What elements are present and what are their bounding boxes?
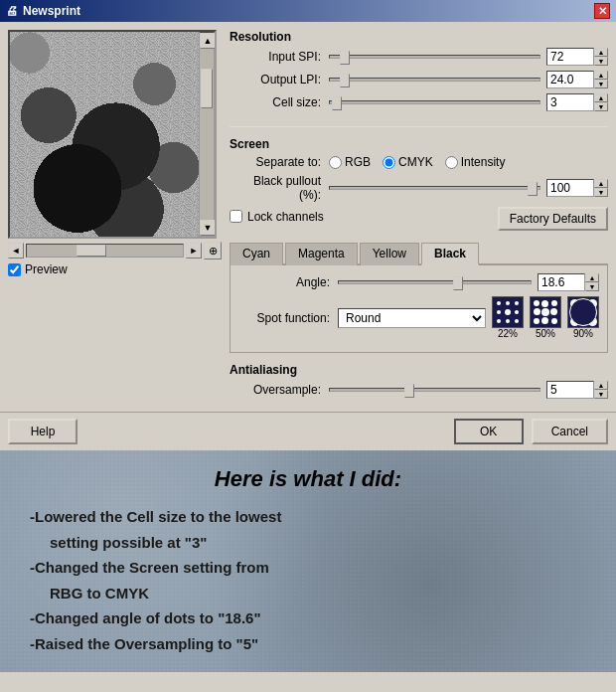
black-pullout-row: Black pullout (%): 100 ▲ ▼ [230,174,608,202]
intensity-radio[interactable] [445,156,458,169]
output-lpi-label: Output LPI: [230,73,329,86]
black-pullout-slider[interactable] [329,186,540,190]
angle-up[interactable]: ▲ [585,273,599,282]
intensity-radio-item[interactable]: Intensity [445,155,506,169]
preview-image-wrapper: ▲ ▼ [8,30,217,239]
dot-22-9 [515,319,519,323]
vertical-scrollbar[interactable]: ▲ ▼ [199,32,215,237]
dot-50-3 [551,300,557,306]
dot-label-90: 90% [573,328,593,339]
cancel-button[interactable]: Cancel [532,419,608,444]
oversample-slider[interactable] [329,388,540,392]
info-line-3: RBG to CMYK [30,581,586,606]
input-spi-spin-buttons: ▲ ▼ [594,48,608,66]
hscroll-thumb[interactable] [77,245,106,257]
cmyk-radio-item[interactable]: CMYK [383,155,433,169]
hscroll-track[interactable] [26,244,184,258]
cell-size-slider[interactable] [329,100,540,104]
cell-size-spinbox-wrapper: 3 ▲ ▼ [546,93,608,111]
cell-size-up[interactable]: ▲ [594,93,608,102]
lock-channels-checkbox[interactable] [230,210,242,223]
preview-checkbox[interactable] [8,263,21,276]
rgb-radio-item[interactable]: RGB [329,155,371,169]
dot-50-8 [541,317,548,324]
close-button[interactable]: ✕ [594,3,610,19]
black-pullout-down[interactable]: ▼ [594,188,608,197]
resolution-header: Resolution [230,30,608,44]
input-spi-slider[interactable] [329,55,540,59]
tabs-container: Cyan Magenta Yellow Black Angle: 18.6 ▲ [230,243,608,353]
oversample-down[interactable]: ▼ [594,390,608,399]
vscroll-up-button[interactable]: ▲ [200,33,216,49]
angle-thumb[interactable] [453,276,463,290]
input-spi-row: Input SPI: 72 ▲ ▼ [230,48,608,66]
dot-22-6 [515,310,519,314]
output-lpi-slider[interactable] [329,78,540,82]
vscroll-down-button[interactable]: ▼ [200,220,216,236]
spot-function-select[interactable]: Round [338,308,486,328]
help-button[interactable]: Help [8,419,77,444]
info-line-0: -Lowered the Cell size to the lowest [30,504,586,530]
black-pullout-thumb[interactable] [528,182,538,196]
black-pullout-up[interactable]: ▲ [594,179,608,188]
hscroll-bar: ◄ ► ⊕ [8,243,222,259]
output-lpi-thumb[interactable] [340,74,350,87]
oversample-up[interactable]: ▲ [594,381,608,390]
input-spi-up[interactable]: ▲ [594,48,608,57]
oversample-row: Oversample: 5 ▲ ▼ [230,381,608,399]
angle-slider[interactable] [338,280,532,284]
angle-down[interactable]: ▼ [585,282,599,291]
output-lpi-spinbox-wrapper: 24.0 ▲ ▼ [546,71,608,88]
bottom-buttons: Help OK Cancel [0,412,616,450]
tab-cyan[interactable]: Cyan [230,243,283,265]
input-spi-thumb[interactable] [340,51,350,65]
dot-22-8 [506,319,510,323]
rgb-radio[interactable] [329,156,342,169]
output-lpi-spinbox[interactable]: 24.0 [546,71,594,88]
tab-yellow[interactable]: Yellow [360,243,419,265]
dot-22-4 [497,310,501,314]
cell-size-down[interactable]: ▼ [594,102,608,111]
dot-50-6 [550,308,557,315]
oversample-spinbox[interactable]: 5 [546,381,594,399]
hscroll-left-button[interactable]: ◄ [8,243,24,259]
black-pullout-spinbox[interactable]: 100 [546,179,594,197]
output-lpi-spin-buttons: ▲ ▼ [594,71,608,88]
oversample-label: Oversample: [230,383,329,397]
dots-preview: 22% [492,296,599,339]
angle-spinbox-wrapper: 18.6 ▲ ▼ [538,273,599,291]
intensity-label: Intensity [461,155,506,169]
spot-function-label: Spot function: [238,311,338,325]
info-line-2: -Changed the Screen setting from [30,555,586,581]
zoom-button[interactable]: ⊕ [204,242,222,260]
dot-50-1 [534,300,539,306]
spot-function-row: Spot function: Round [238,296,599,339]
lock-channels-row[interactable]: Lock channels [230,210,324,224]
factory-defaults-button[interactable]: Factory Defaults [498,207,608,231]
input-spi-down[interactable]: ▼ [594,57,608,66]
separate-to-row: Separate to: RGB CMYK Intensity [230,155,608,169]
dot-22-3 [515,301,519,305]
dot-box-22 [492,296,524,328]
cell-size-spin-buttons: ▲ ▼ [594,93,608,111]
dot-22-1 [497,301,501,305]
cell-size-label: Cell size: [230,95,329,109]
black-pullout-label: Black pullout (%): [230,174,329,202]
info-text: -Lowered the Cell size to the lowest set… [30,504,586,656]
cell-size-thumb[interactable] [332,96,342,110]
oversample-spin-buttons: ▲ ▼ [594,381,608,399]
hscroll-right-button[interactable]: ► [186,243,202,259]
dot-50-4 [534,308,540,315]
tab-black[interactable]: Black [421,243,479,265]
input-spi-spinbox[interactable]: 72 [546,48,594,66]
angle-spinbox[interactable]: 18.6 [538,273,585,291]
tab-magenta[interactable]: Magenta [285,243,358,265]
cell-size-spinbox[interactable]: 3 [546,93,594,111]
angle-spin-buttons: ▲ ▼ [585,273,599,291]
vscroll-thumb[interactable] [201,69,213,108]
ok-button[interactable]: OK [454,419,524,444]
output-lpi-up[interactable]: ▲ [594,71,608,80]
cmyk-radio[interactable] [383,156,395,169]
output-lpi-down[interactable]: ▼ [594,80,608,88]
oversample-thumb[interactable] [404,384,414,398]
